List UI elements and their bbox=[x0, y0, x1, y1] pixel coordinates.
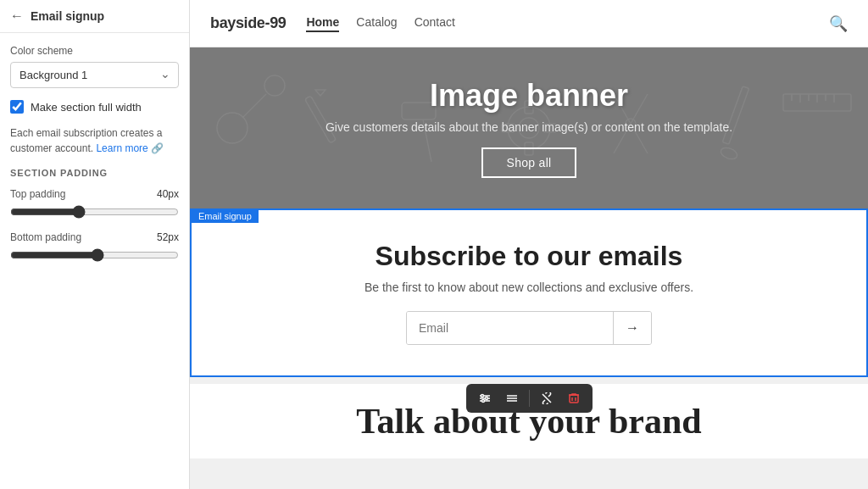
nav-catalog[interactable]: Catalog bbox=[356, 15, 397, 32]
back-icon[interactable]: ← bbox=[10, 8, 24, 24]
top-padding-label: Top padding bbox=[10, 188, 65, 200]
color-scheme-select[interactable]: Background 1 bbox=[10, 62, 179, 88]
store-nav: Home Catalog Contact bbox=[306, 15, 454, 32]
top-padding-slider[interactable] bbox=[10, 205, 179, 219]
signup-title: Subscribe to our emails bbox=[209, 241, 849, 272]
svg-point-30 bbox=[481, 400, 484, 403]
info-text: Each email subscription creates a custom… bbox=[10, 125, 179, 156]
top-padding-value: 40px bbox=[157, 188, 179, 200]
color-scheme-label: Color scheme bbox=[10, 45, 179, 57]
svg-marker-4 bbox=[315, 90, 326, 96]
bottom-padding-row: Bottom padding 52px bbox=[10, 231, 179, 264]
bottom-padding-value: 52px bbox=[157, 231, 179, 243]
search-icon[interactable]: 🔍 bbox=[829, 14, 848, 33]
section-padding-label: SECTION PADDING bbox=[10, 168, 179, 178]
preview-panel: bayside-99 Home Catalog Contact 🔍 bbox=[190, 0, 868, 489]
store-logo: bayside-99 bbox=[210, 14, 286, 32]
nav-home[interactable]: Home bbox=[306, 15, 339, 32]
panel-body: Color scheme Background 1 Make section f… bbox=[0, 33, 189, 489]
banner-title: Image banner bbox=[326, 78, 732, 114]
email-signup-wrapper: Email signup Subscribe to our emails Be … bbox=[190, 208, 868, 377]
svg-point-29 bbox=[485, 397, 487, 400]
svg-point-2 bbox=[264, 75, 285, 96]
email-input-row: → bbox=[406, 311, 652, 345]
toolbar-unlink-btn[interactable] bbox=[535, 388, 559, 408]
bottom-padding-label: Bottom padding bbox=[10, 231, 81, 243]
toolbar-settings-btn[interactable] bbox=[473, 388, 497, 408]
learn-more-link[interactable]: Learn more 🔗 bbox=[96, 142, 164, 154]
panel-title: Email signup bbox=[31, 9, 104, 23]
email-input[interactable] bbox=[407, 312, 613, 344]
signup-subtitle: Be the first to know about new collectio… bbox=[209, 281, 849, 294]
content-area: Image banner Give customers details abou… bbox=[190, 47, 868, 489]
email-submit-button[interactable]: → bbox=[613, 312, 651, 344]
color-scheme-field[interactable]: Background 1 bbox=[10, 62, 179, 88]
toolbar-delete-btn[interactable] bbox=[562, 388, 586, 408]
bottom-padding-slider[interactable] bbox=[10, 248, 179, 262]
banner-subtitle: Give customers details about the banner … bbox=[326, 120, 732, 134]
floating-toolbar bbox=[466, 384, 593, 413]
email-signup-section: Subscribe to our emails Be the first to … bbox=[192, 210, 866, 375]
toolbar-reorder-btn[interactable] bbox=[500, 388, 524, 408]
panel-header: ← Email signup bbox=[0, 0, 189, 33]
email-signup-badge: Email signup bbox=[192, 209, 259, 223]
top-padding-row: Top padding 40px bbox=[10, 188, 179, 221]
store-header: bayside-99 Home Catalog Contact 🔍 bbox=[190, 0, 868, 47]
svg-rect-35 bbox=[570, 395, 578, 403]
settings-panel: ← Email signup Color scheme Background 1… bbox=[0, 0, 190, 489]
full-width-checkbox[interactable] bbox=[10, 100, 24, 114]
full-width-row: Make section full width bbox=[10, 100, 179, 114]
toolbar-divider bbox=[529, 390, 530, 407]
banner-content: Image banner Give customers details abou… bbox=[326, 78, 732, 178]
svg-line-1 bbox=[242, 94, 266, 118]
banner-section: Image banner Give customers details abou… bbox=[190, 47, 868, 208]
nav-contact[interactable]: Contact bbox=[415, 15, 455, 32]
shop-all-button[interactable]: Shop all bbox=[481, 147, 577, 178]
full-width-label: Make section full width bbox=[31, 101, 142, 114]
svg-point-28 bbox=[481, 395, 483, 397]
